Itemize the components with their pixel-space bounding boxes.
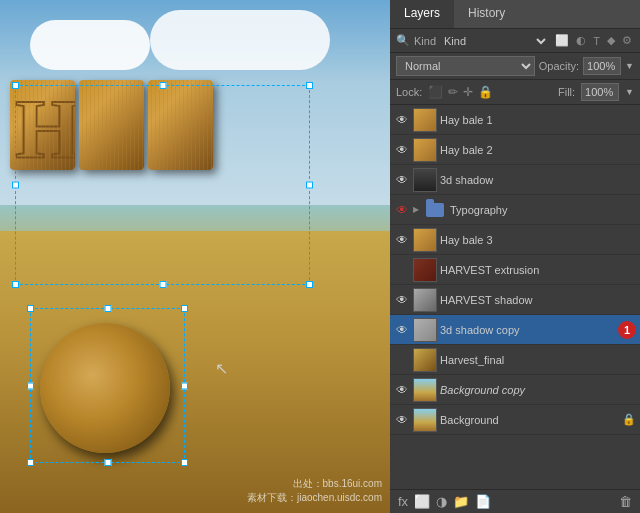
layer-thumbnail [413,138,437,162]
layer-name: Harvest_final [440,354,636,366]
layer-row[interactable]: 👁3d shadow copy1 [390,315,640,345]
layer-row[interactable]: 👁3d shadow [390,165,640,195]
lock-image-icon[interactable]: ✏ [448,85,458,99]
filter-type-icon[interactable]: T [591,34,602,48]
tab-history[interactable]: History [454,0,519,28]
handle-tm[interactable] [159,82,166,89]
delete-layer-button[interactable]: 🗑 [619,494,632,509]
layer-thumbnail [413,258,437,282]
new-layer-button[interactable]: 📄 [475,494,491,509]
layer-thumbnail [413,108,437,132]
layer-name: HARVEST shadow [440,294,636,306]
selection-box-1 [15,85,310,285]
handle-rm-2[interactable] [181,382,188,389]
canvas-area: H ↖ [0,0,390,513]
opacity-label: Opacity: [539,60,579,72]
eye-icon[interactable]: 👁 [394,352,410,368]
layer-row[interactable]: 👁Hay bale 1 [390,105,640,135]
layer-thumbnail [413,378,437,402]
lock-all-icon[interactable]: 🔒 [478,85,493,99]
handle-br[interactable] [306,281,313,288]
eye-icon[interactable]: 👁 [394,202,410,218]
eye-icon[interactable]: 👁 [394,292,410,308]
adjustment-layer-button[interactable]: ◑ [436,494,447,509]
handle-lm-2[interactable] [27,382,34,389]
eye-icon[interactable]: 👁 [394,232,410,248]
layer-lock-icon: 🔒 [622,413,636,426]
blend-mode-select[interactable]: Normal Multiply Screen Overlay [396,56,535,76]
fill-dropdown-arrow[interactable]: ▼ [625,87,634,97]
handle-tm-2[interactable] [104,305,111,312]
eye-icon[interactable]: 👁 [394,262,410,278]
layer-badge: 1 [618,321,636,339]
filter-pixel-icon[interactable]: ⬜ [553,33,571,48]
filter-adj-icon[interactable]: ◐ [574,33,588,48]
layer-name: Hay bale 2 [440,144,636,156]
handle-bl[interactable] [12,281,19,288]
handle-tl[interactable] [12,82,19,89]
layer-name: 3d shadow copy [440,324,615,336]
layer-thumbnail [413,408,437,432]
layer-name: Typography [450,204,636,216]
kind-label: Kind [414,35,436,47]
bottom-toolbar: fx ⬜ ◑ 📁 📄 🗑 [390,489,640,513]
selection-box-2 [30,308,185,463]
eye-icon[interactable]: 👁 [394,412,410,428]
layer-row[interactable]: 👁Hay bale 2 [390,135,640,165]
layer-mask-button[interactable]: ⬜ [414,494,430,509]
layer-thumbnail [426,203,444,217]
layer-name: Background copy [440,384,636,396]
handle-rm[interactable] [306,182,313,189]
cloud-2 [150,10,330,70]
layer-name: Hay bale 3 [440,234,636,246]
lock-label: Lock: [396,86,422,98]
search-row: 🔍 Kind Kind Name ⬜ ◐ T ◆ ⚙ [390,29,640,53]
filter-smart-icon[interactable]: ⚙ [620,33,634,48]
layer-row[interactable]: 👁HARVEST shadow [390,285,640,315]
expand-arrow[interactable]: ▶ [413,205,423,214]
eye-icon[interactable]: 👁 [394,322,410,338]
layer-thumbnail [413,228,437,252]
layer-row[interactable]: 👁Hay bale 3 [390,225,640,255]
new-group-button[interactable]: 📁 [453,494,469,509]
handle-lm[interactable] [12,182,19,189]
tab-layers[interactable]: Layers [390,0,454,28]
fill-input[interactable] [581,83,619,101]
layer-name: HARVEST extrusion [440,264,636,276]
lock-row: Lock: ⬛ ✏ ✛ 🔒 Fill: ▼ [390,80,640,105]
layer-thumbnail [413,288,437,312]
layer-row[interactable]: 👁HARVEST extrusion [390,255,640,285]
eye-icon[interactable]: 👁 [394,112,410,128]
handle-tr-2[interactable] [181,305,188,312]
eye-icon[interactable]: 👁 [394,142,410,158]
handle-bl-2[interactable] [27,459,34,466]
handle-tl-2[interactable] [27,305,34,312]
layer-name: 3d shadow [440,174,636,186]
handle-bm[interactable] [159,281,166,288]
layers-list[interactable]: 👁Hay bale 1👁Hay bale 2👁3d shadow👁▶Typogr… [390,105,640,489]
kind-dropdown[interactable]: Kind Name [440,34,549,48]
cloud-1 [30,20,150,70]
eye-icon[interactable]: 👁 [394,382,410,398]
handle-bm-2[interactable] [104,459,111,466]
layer-row[interactable]: 👁Background copy [390,375,640,405]
filter-shape-icon[interactable]: ◆ [605,33,617,48]
search-icons: ⬜ ◐ T ◆ ⚙ [553,33,634,48]
fill-label: Fill: [558,86,575,98]
lock-transparent-icon[interactable]: ⬛ [428,85,443,99]
layer-thumbnail [413,318,437,342]
layer-row[interactable]: 👁▶Typography [390,195,640,225]
opacity-input[interactable] [583,57,621,75]
handle-tr[interactable] [306,82,313,89]
watermark: 出处：bbs.16ui.com 素材下载：jiaochen.uisdc.com [247,477,382,505]
layer-fx-button[interactable]: fx [398,494,408,509]
blend-row: Normal Multiply Screen Overlay Opacity: … [390,53,640,80]
layer-name: Hay bale 1 [440,114,636,126]
eye-icon[interactable]: 👁 [394,172,410,188]
opacity-dropdown-arrow[interactable]: ▼ [625,61,634,71]
lock-position-icon[interactable]: ✛ [463,85,473,99]
layer-row[interactable]: 👁Background🔒 [390,405,640,435]
layer-row[interactable]: 👁Harvest_final [390,345,640,375]
handle-br-2[interactable] [181,459,188,466]
search-icon: 🔍 [396,34,410,47]
